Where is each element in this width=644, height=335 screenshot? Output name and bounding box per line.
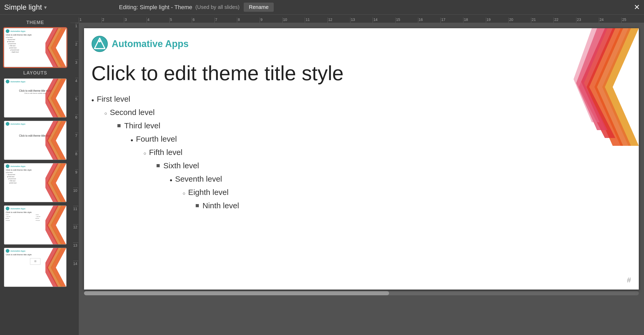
bullet-text-2: Second level: [110, 106, 155, 119]
thumb-chevrons-l5: [45, 248, 66, 287]
v-ruler-mark-3: 3: [75, 60, 78, 78]
bullet-marker-9: [196, 204, 199, 207]
v-ruler-mark-14: 14: [73, 261, 78, 279]
bullet-level-3: Third level: [117, 119, 239, 132]
v-ruler-mark-13: 13: [73, 242, 78, 261]
layout-thumbnail-5[interactable]: Automative Apps Click to edit theme titl…: [4, 248, 67, 287]
ruler-mark-1: 1: [79, 18, 102, 23]
ruler-mark-16: 16: [418, 18, 441, 23]
layout-thumbnail-3[interactable]: Automative Apps Click to edit theme titl…: [4, 163, 67, 202]
topbar-left: Simple light ▾: [4, 3, 119, 11]
v-ruler-mark-5: 5: [75, 96, 78, 114]
bullet-level-2: ○ Second level: [104, 106, 239, 119]
ruler-mark-4: 4: [147, 18, 169, 23]
thumb-chevrons-theme: [45, 28, 66, 67]
ruler-mark-19: 19: [486, 18, 509, 23]
theme-name-label: Simple light: [4, 3, 42, 11]
vertical-ruler: 1234567891011121314: [70, 23, 79, 335]
bullet-level-4: ● Fourth level: [130, 132, 239, 146]
thumb-logo-text-l5: Automative Apps: [10, 250, 25, 252]
ruler-mark-13: 13: [350, 18, 373, 23]
logo-icon: [91, 36, 108, 52]
main-area: THEME Automative Apps Click to edit them…: [0, 15, 644, 335]
slide-logo-area: Automative Apps: [91, 36, 189, 52]
slide-logo-text: Automative Apps: [112, 38, 189, 49]
h-scrollbar[interactable]: [84, 291, 639, 295]
ruler-mark-24: 24: [599, 18, 622, 23]
topbar: Simple light ▾ Editing: Simple light - T…: [0, 0, 644, 15]
horizontal-ruler: 1234567891011121314151617181920212223242…: [70, 15, 644, 23]
layout-thumbnail-3-wrapper[interactable]: Automative Apps Click to edit theme titl…: [4, 163, 67, 202]
ruler-mark-6: 6: [192, 18, 214, 23]
topbar-center: Editing: Simple light - Theme (Used by a…: [119, 3, 634, 12]
ruler-mark-21: 21: [531, 18, 554, 23]
bullet-marker-1: ●: [91, 96, 94, 104]
thumb-logo-circle-l4: [6, 207, 9, 210]
v-ruler-mark-9: 9: [75, 169, 78, 188]
ruler-mark-18: 18: [463, 18, 486, 23]
bullet-text-7: Seventh level: [175, 172, 222, 186]
bullet-marker-8: ○: [183, 189, 186, 198]
bullet-text-6: Sixth level: [163, 159, 199, 172]
slide-bullets: ● First level ○ Second level Third level: [91, 92, 239, 212]
v-ruler-mark-12: 12: [73, 224, 78, 242]
thumb-logo-circle-l3: [6, 164, 9, 168]
sidebar: THEME Automative Apps Click to edit them…: [0, 15, 70, 335]
svg-point-20: [99, 40, 101, 42]
bullet-marker-5: ○: [144, 149, 146, 158]
v-ruler-mark-10: 10: [73, 188, 78, 206]
layout-thumbnail-4[interactable]: Automative Apps Click to edit theme titl…: [4, 205, 67, 245]
v-ruler-mark-6: 6: [75, 114, 78, 133]
layout-thumbnail-2-wrapper[interactable]: Automative Apps Click to edit theme titl…: [4, 121, 67, 160]
theme-section-label: THEME: [3, 20, 67, 25]
layout-thumbnail-5-wrapper[interactable]: Automative Apps Click to edit theme titl…: [4, 248, 67, 287]
bullet-level-6: Sixth level: [157, 159, 239, 172]
ruler-mark-10: 10: [282, 18, 305, 23]
bullet-text-3: Third level: [124, 119, 160, 132]
thumb-chevrons-l1: [45, 79, 66, 118]
ruler-mark-5: 5: [169, 18, 192, 23]
slide-title[interactable]: Click to edit theme title style: [91, 62, 344, 85]
ruler-mark-12: 12: [327, 18, 350, 23]
v-ruler-mark-4: 4: [75, 78, 78, 96]
slide-chevrons-svg: [529, 28, 639, 146]
layout-thumbnail-2[interactable]: Automative Apps Click to edit theme titl…: [4, 121, 67, 160]
slide-hash: #: [627, 276, 631, 284]
ruler-mark-25: 25: [621, 18, 644, 23]
thumb-logo-circle-l1: [6, 80, 9, 83]
ruler-mark-7: 7: [214, 18, 237, 23]
slide-canvas[interactable]: Automative Apps Click to edit theme titl…: [84, 28, 639, 290]
thumb-logo-text-l3: Automative Apps: [10, 165, 25, 167]
slide-with-vruler: 1234567891011121314 Automative Apps C: [70, 23, 644, 335]
theme-thumbnail[interactable]: Automative Apps Click to edit theme titl…: [4, 28, 67, 67]
ruler-mark-8: 8: [237, 18, 260, 23]
thumb-chevrons-l2: [45, 121, 66, 160]
bullet-text-4: Fourth level: [136, 132, 177, 146]
thumb-logo-text: Automative Apps: [10, 30, 25, 32]
close-button[interactable]: ✕: [634, 4, 640, 11]
layout-thumbnail-1-wrapper[interactable]: Automative Apps Click to edit theme titl…: [4, 78, 67, 118]
h-scrollbar-thumb[interactable]: [84, 291, 389, 295]
theme-thumbnail-wrapper[interactable]: Automative Apps Click to edit theme titl…: [4, 28, 67, 67]
thumb-logo-text-l1: Automative Apps: [10, 81, 25, 83]
thumb-logo-circle-l2: [6, 122, 9, 126]
ruler-mark-23: 23: [576, 18, 599, 23]
content-with-rulers: 1234567891011121314151617181920212223242…: [70, 15, 644, 335]
bullet-marker-6: [157, 164, 160, 167]
ruler-mark-2: 2: [102, 18, 124, 23]
thumb-logo-text-l4: Automative Apps: [10, 208, 25, 210]
ruler-mark-11: 11: [305, 18, 327, 23]
layout-thumbnail-4-wrapper[interactable]: Automative Apps Click to edit theme titl…: [4, 205, 67, 245]
layout-thumbnail-1[interactable]: Automative Apps Click to edit theme titl…: [4, 78, 67, 118]
bullet-level-1: ● First level: [91, 92, 239, 106]
bullet-marker-4: ●: [130, 136, 133, 144]
thumb-logo-circle-l5: [6, 249, 9, 253]
theme-dropdown-icon[interactable]: ▾: [44, 4, 47, 10]
thumb-chevrons-l3: [45, 163, 66, 202]
bullet-marker-3: [117, 124, 121, 127]
thumb-chevrons-l4: [45, 206, 66, 245]
v-ruler-mark-11: 11: [73, 206, 78, 224]
ruler-mark-9: 9: [260, 18, 282, 23]
ruler-mark-14: 14: [373, 18, 395, 23]
rename-button[interactable]: Rename: [244, 3, 274, 12]
